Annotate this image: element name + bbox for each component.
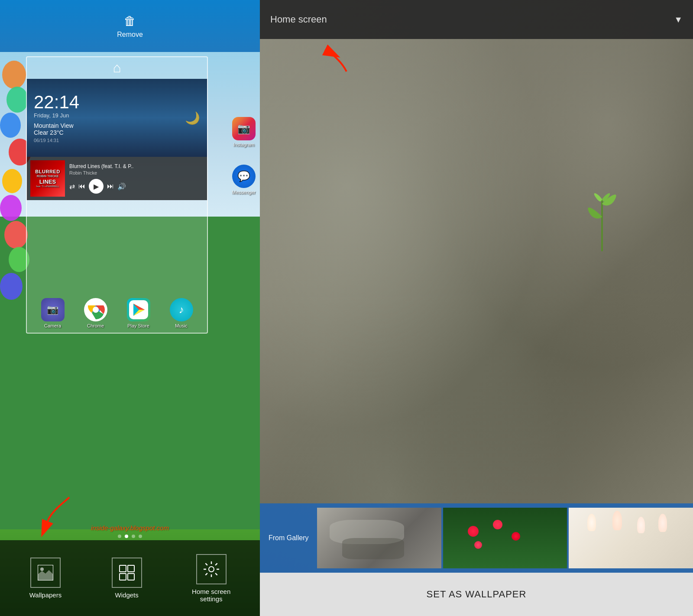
shuffle-button[interactable]: ⇄: [69, 182, 75, 191]
instagram-app[interactable]: 📷 Instagram: [232, 117, 256, 147]
music-icon: ♪: [170, 298, 193, 321]
camera-app[interactable]: 📷 Camera: [41, 298, 65, 328]
instagram-icon: 📷: [232, 117, 256, 140]
weather-widget: 22:14 Friday, 19 Jun Mountain View Clear…: [27, 79, 207, 157]
svg-rect-13: [120, 574, 126, 580]
dot-2: [125, 535, 128, 538]
album-art: BLURRED ROBIN THICKE LINES feat. T.I.+PH…: [30, 160, 65, 197]
svg-rect-14: [128, 574, 134, 580]
weather-date: Friday, 19 Jun: [34, 112, 200, 119]
weather-location: Mountain View: [34, 122, 74, 129]
camera-label: Camera: [44, 323, 61, 328]
gallery-thumb-1[interactable]: [317, 508, 441, 568]
wallpapers-item[interactable]: Wallpapers: [29, 558, 62, 599]
weather-updated: 06/19 14:31: [34, 138, 200, 143]
dot-1: [118, 535, 121, 538]
svg-rect-11: [120, 565, 126, 572]
homescreen-settings-item[interactable]: Home screensettings: [192, 554, 230, 603]
svg-point-15: [209, 567, 214, 572]
messenger-icon: 💬: [232, 165, 256, 188]
widgets-label: Widgets: [115, 591, 139, 599]
music-artist: Robin Thicke: [69, 170, 204, 175]
svg-point-10: [40, 567, 44, 571]
right-panel: Home screen ▼ From Gallery: [260, 0, 693, 616]
camera-icon: 📷: [41, 298, 65, 321]
preview-card: ⌂ 22:14 Friday, 19 Jun Mountain View Cle…: [26, 56, 208, 334]
gallery-thumb-3[interactable]: [569, 508, 693, 568]
watermark: inside-galaxy.blogspot.com: [91, 524, 169, 532]
svg-point-2: [93, 307, 99, 313]
widgets-item[interactable]: Widgets: [112, 558, 142, 599]
messenger-label: Messenger: [232, 190, 256, 195]
music-widget[interactable]: BLURRED ROBIN THICKE LINES feat. T.I.+PH…: [27, 157, 207, 200]
music-app[interactable]: ♪ Music: [170, 298, 193, 328]
gallery-thumb-2[interactable]: [443, 508, 567, 568]
weather-time: 22:14: [34, 93, 200, 111]
playstore-app[interactable]: Play Store: [127, 298, 150, 328]
music-title: Blurred Lines (feat. T.I. & P..: [69, 163, 204, 169]
home-screen-dropdown[interactable]: Home screen ▼: [260, 0, 693, 39]
wallpapers-label: Wallpapers: [29, 591, 62, 599]
set-wallpaper-button[interactable]: SET AS WALLPAPER: [260, 573, 693, 616]
weather-condition: Clear: [34, 129, 48, 136]
chrome-app[interactable]: Chrome: [84, 298, 107, 328]
from-gallery-label: From Gallery: [260, 534, 317, 542]
wallpapers-icon: [30, 558, 61, 588]
gallery-strip[interactable]: From Gallery: [260, 503, 693, 573]
set-wallpaper-label: SET AS WALLPAPER: [427, 589, 527, 600]
playstore-label: Play Store: [127, 323, 149, 328]
gallery-thumbnails: [317, 508, 693, 568]
red-arrow-right: [312, 41, 355, 78]
red-arrow-left: [39, 493, 74, 529]
play-button[interactable]: ▶: [89, 179, 104, 194]
homescreen-settings-icon: [196, 554, 227, 584]
album-text: BLURRED ROBIN THICKE LINES feat. T.I.+PH…: [35, 169, 60, 188]
next-button[interactable]: ⏭: [107, 182, 114, 190]
remove-bar[interactable]: 🗑 Remove: [0, 0, 260, 52]
weather-temp: 23°C: [50, 129, 63, 136]
dropdown-arrow-icon: ▼: [674, 15, 683, 25]
music-label: Music: [175, 323, 188, 328]
music-info: Blurred Lines (feat. T.I. & P.. Robin Th…: [69, 163, 204, 194]
homescreen-settings-label: Home screensettings: [192, 588, 230, 603]
dropdown-label: Home screen: [270, 14, 674, 25]
dot-3: [132, 535, 135, 538]
seedling-plant: [576, 165, 628, 253]
weather-info: Mountain View Clear 23°C: [34, 122, 200, 136]
volume-button[interactable]: 🔊: [117, 182, 126, 191]
remove-label: Remove: [117, 31, 143, 39]
page-dots: [0, 535, 260, 538]
dot-4: [139, 535, 142, 538]
bottom-bar: Wallpapers Widgets Home screensettings: [0, 540, 260, 616]
messenger-app[interactable]: 💬 Messenger: [232, 165, 256, 195]
widgets-icon: [112, 558, 142, 588]
prev-button[interactable]: ⏮: [78, 182, 85, 190]
playstore-icon: [127, 298, 150, 321]
dock-apps: 📷 Camera Chrome: [27, 298, 207, 328]
home-icon: ⌂: [113, 60, 121, 76]
instagram-label: Instagram: [233, 142, 255, 147]
svg-rect-12: [128, 565, 134, 572]
left-panel: 🗑 Remove ⌂ 22:14 Friday, 19 Jun Mountain…: [0, 0, 260, 616]
moon-icon: 🌙: [185, 111, 200, 125]
chrome-icon: [84, 298, 107, 321]
trash-icon: 🗑: [124, 14, 136, 28]
chrome-label: Chrome: [87, 323, 104, 328]
music-controls: ⇄ ⏮ ▶ ⏭ 🔊: [69, 179, 204, 194]
